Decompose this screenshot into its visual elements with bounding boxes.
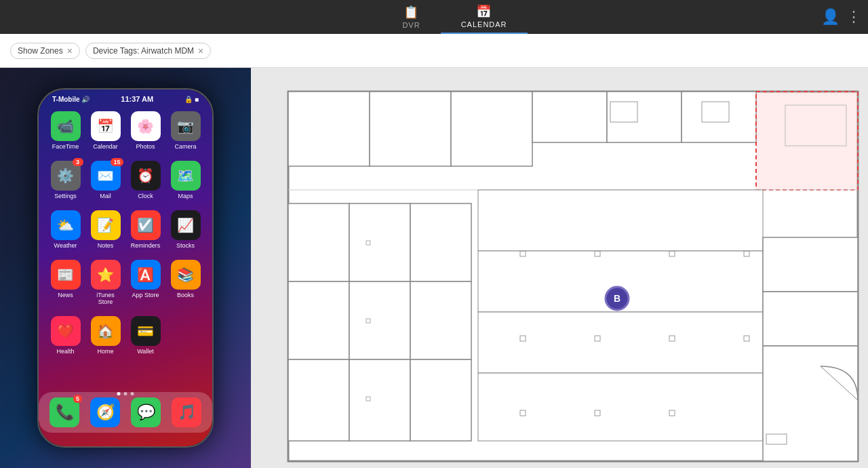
iphone-screen: T-Mobile 🔊 11:37 AM 🔒 ■ 📹 FaceTime [39, 90, 212, 446]
filter-show-zones-label: Show Zones [18, 46, 63, 56]
svg-rect-7 [756, 92, 858, 190]
app-weather[interactable]: ⛅ Weather [50, 210, 81, 249]
floorplan-panel[interactable]: B [251, 68, 868, 468]
app-grid-row2: ⚙️ 3 Settings ✉️ 15 Mail [39, 155, 212, 205]
floorplan-svg: B [251, 68, 868, 468]
carrier-label: T-Mobile 🔊 [52, 96, 90, 103]
dvr-icon: 📋 [403, 5, 419, 20]
calendar-icon: 📅 [476, 4, 492, 19]
svg-rect-37 [763, 292, 858, 346]
app-notes[interactable]: 📝 Notes [90, 210, 121, 249]
tab-calendar[interactable]: 📅 CALENDAR [441, 0, 528, 34]
svg-rect-13 [288, 281, 349, 359]
filter-show-zones-close[interactable]: × [67, 46, 73, 56]
filter-device-tags-label: Device Tags: Airwatch MDM [93, 46, 194, 56]
svg-rect-6 [682, 92, 756, 142]
app-empty [170, 316, 201, 355]
iphone-device: T-Mobile 🔊 11:37 AM 🔒 ■ 📹 FaceTime [37, 88, 214, 448]
battery-status: 🔒 ■ [184, 96, 199, 103]
app-grid-row4: 📰 News ⭐ iTunes Store 🅰️ [39, 254, 212, 311]
svg-rect-16 [349, 281, 410, 359]
filter-device-tags[interactable]: Device Tags: Airwatch MDM × [85, 43, 211, 59]
dock-phone[interactable]: 📞 5 [50, 397, 79, 427]
main-content: T-Mobile 🔊 11:37 AM 🔒 ■ 📹 FaceTime [0, 68, 868, 468]
svg-rect-23 [478, 312, 763, 373]
app-books[interactable]: 📚 Books [170, 260, 201, 305]
mail-badge: 15 [111, 158, 123, 166]
app-clock[interactable]: ⏰ Clock [130, 161, 161, 199]
app-settings[interactable]: ⚙️ 3 Settings [50, 161, 81, 199]
app-facetime[interactable]: 📹 FaceTime [50, 111, 81, 150]
app-appstore[interactable]: 🅰️ App Store [130, 260, 161, 305]
top-navigation: 📋 DVR 📅 CALENDAR 👤 ⋮ [0, 0, 868, 34]
filter-device-tags-close[interactable]: × [198, 46, 203, 56]
phone-panel: T-Mobile 🔊 11:37 AM 🔒 ■ 📹 FaceTime [0, 68, 251, 468]
tab-dvr[interactable]: 📋 DVR [382, 0, 440, 34]
settings-badge: 3 [73, 158, 83, 166]
app-health[interactable]: ❤️ Health [50, 316, 81, 355]
svg-rect-4 [532, 92, 607, 142]
tab-dvr-label: DVR [402, 21, 420, 29]
floorplan-canvas: B [251, 68, 868, 468]
phone-badge: 5 [73, 395, 82, 403]
svg-rect-2 [370, 92, 451, 166]
dock-messages[interactable]: 💬 [131, 397, 161, 427]
app-home[interactable]: 🏠 Home [90, 316, 121, 355]
svg-rect-20 [410, 359, 471, 441]
app-maps[interactable]: 🗺️ Maps [170, 161, 201, 199]
app-itunes[interactable]: ⭐ iTunes Store [90, 260, 121, 305]
svg-rect-5 [607, 92, 682, 142]
app-reminders[interactable]: ☑️ Reminders [130, 210, 161, 249]
app-camera[interactable]: 📷 Camera [170, 111, 201, 150]
more-menu-icon[interactable]: ⋮ [846, 8, 861, 26]
svg-rect-21 [478, 190, 763, 251]
svg-rect-36 [763, 237, 858, 292]
nav-tab-group: 📋 DVR 📅 CALENDAR [382, 0, 527, 34]
app-wallet[interactable]: 💳 Wallet [130, 316, 161, 355]
svg-text:B: B [614, 293, 620, 304]
svg-rect-15 [349, 203, 410, 281]
app-grid-row5: ❤️ Health 🏠 Home 💳 [39, 311, 212, 360]
svg-rect-14 [288, 359, 349, 441]
dock-music[interactable]: 🎵 [172, 397, 201, 427]
filter-bar: Show Zones × Device Tags: Airwatch MDM × [0, 34, 868, 68]
filter-show-zones[interactable]: Show Zones × [10, 43, 80, 59]
svg-rect-19 [410, 281, 471, 359]
status-bar: T-Mobile 🔊 11:37 AM 🔒 ■ [39, 90, 212, 106]
app-dock: 📞 5 🧭 💬 🎵 [39, 392, 212, 433]
app-grid-row3: ⛅ Weather 📝 Notes ☑️ [39, 205, 212, 254]
nav-right-actions: 👤 ⋮ [821, 8, 861, 26]
time-label: 11:37 AM [121, 95, 153, 103]
tab-calendar-label: CALENDAR [461, 20, 507, 28]
app-grid-row1: 📹 FaceTime 📅 Calendar 🌸 [39, 106, 212, 155]
svg-rect-17 [349, 359, 410, 441]
dock-safari[interactable]: 🧭 [90, 397, 120, 427]
app-stocks[interactable]: 📈 Stocks [170, 210, 201, 249]
app-news[interactable]: 📰 News [50, 260, 81, 305]
svg-rect-24 [478, 373, 763, 441]
app-mail[interactable]: ✉️ 15 Mail [90, 161, 121, 199]
phone-background: T-Mobile 🔊 11:37 AM 🔒 ■ 📹 FaceTime [0, 68, 251, 468]
svg-rect-1 [288, 92, 370, 166]
svg-rect-3 [451, 92, 532, 166]
svg-rect-18 [410, 203, 471, 281]
app-calendar[interactable]: 📅 Calendar [90, 111, 121, 150]
app-photos[interactable]: 🌸 Photos [130, 111, 161, 150]
svg-rect-12 [288, 203, 349, 281]
user-icon[interactable]: 👤 [821, 8, 840, 26]
